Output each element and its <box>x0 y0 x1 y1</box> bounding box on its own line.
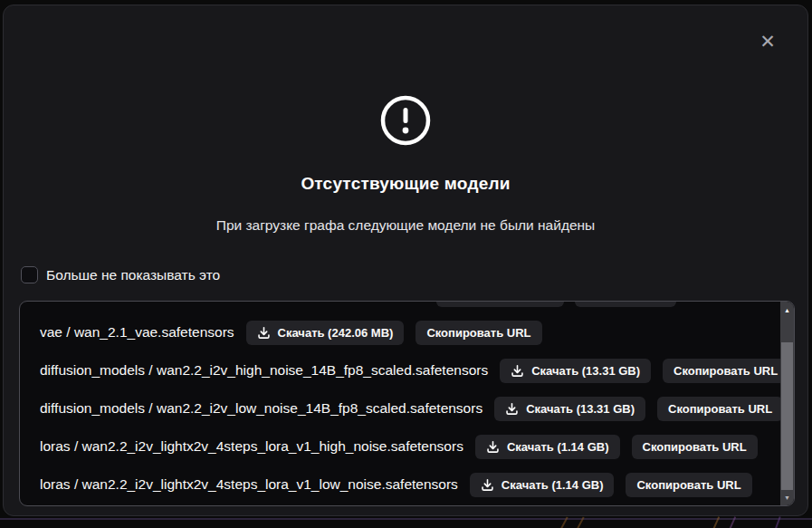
list-scrollbar[interactable]: ▲ ▼ <box>780 302 794 505</box>
download-button[interactable]: Скачать (242.06 MB) <box>246 321 405 345</box>
model-name: vae / wan_2.1_vae.safetensors <box>40 324 234 341</box>
partial-copy-url-button[interactable] <box>575 302 676 307</box>
model-name: diffusion_models / wan2.2_i2v_high_noise… <box>40 362 488 379</box>
download-button-label: Скачать (13.31 GB) <box>526 402 635 416</box>
copy-url-button[interactable]: Скопировать URL <box>626 473 751 497</box>
download-icon <box>486 440 500 454</box>
download-button-label: Скачать (242.06 MB) <box>278 326 394 340</box>
download-button-label: Скачать (13.31 GB) <box>531 364 640 378</box>
copy-url-button[interactable]: Скопировать URL <box>663 359 788 383</box>
scroll-up-arrow-icon[interactable]: ▲ <box>780 303 794 316</box>
model-name: diffusion_models / wan2.2_i2v_low_noise_… <box>40 400 482 417</box>
table-row: loras / wan2.2_i2v_lightx2v_4steps_lora_… <box>20 466 780 504</box>
missing-models-dialog: ✕ Отсутствующие модели При загрузке граф… <box>3 5 808 516</box>
copy-url-button[interactable]: Скопировать URL <box>632 435 758 459</box>
dont-show-again-row: Больше не показывать это <box>21 266 220 283</box>
warning-icon <box>4 94 807 147</box>
table-row: diffusion_models / wan2.2_i2v_high_noise… <box>20 351 780 389</box>
download-button-label: Скачать (1.14 GB) <box>507 440 609 454</box>
missing-models-list: vae / wan_2.1_vae.safetensors Скачать (2… <box>19 301 795 506</box>
scrollbar-thumb[interactable] <box>781 342 793 490</box>
download-button[interactable]: Скачать (13.31 GB) <box>500 359 651 383</box>
table-row: vae / wan_2.1_vae.safetensors Скачать (2… <box>20 313 780 351</box>
close-icon[interactable]: ✕ <box>755 29 780 54</box>
download-icon <box>257 326 271 340</box>
download-icon <box>481 478 494 492</box>
table-row: loras / wan2.2_i2v_lightx2v_4steps_lora_… <box>20 427 780 466</box>
model-name: loras / wan2.2_i2v_lightx2v_4steps_lora_… <box>40 476 458 493</box>
download-button[interactable]: Скачать (1.14 GB) <box>470 473 615 497</box>
download-icon <box>505 402 519 416</box>
download-button-label: Скачать (1.14 GB) <box>502 478 604 492</box>
model-rows: vae / wan_2.1_vae.safetensors Скачать (2… <box>20 302 780 505</box>
copy-url-button[interactable]: Скопировать URL <box>657 397 783 421</box>
dont-show-again-label[interactable]: Больше не показывать это <box>46 267 220 283</box>
partial-download-button[interactable] <box>436 302 564 307</box>
graph-edge-line <box>0 518 812 520</box>
page-title: Отсутствующие модели <box>4 174 807 194</box>
model-name: loras / wan2.2_i2v_lightx2v_4steps_lora_… <box>40 438 463 455</box>
dont-show-again-checkbox[interactable] <box>21 266 38 283</box>
copy-url-button[interactable]: Скопировать URL <box>416 321 541 345</box>
download-button[interactable]: Скачать (13.31 GB) <box>494 397 645 421</box>
table-row: diffusion_models / wan2.2_i2v_low_noise_… <box>20 389 780 427</box>
download-button[interactable]: Скачать (1.14 GB) <box>475 435 620 459</box>
dialog-subtitle: При загрузке графа следующие модели не б… <box>4 217 807 234</box>
scroll-down-arrow-icon[interactable]: ▼ <box>780 491 794 504</box>
download-icon <box>511 364 524 378</box>
